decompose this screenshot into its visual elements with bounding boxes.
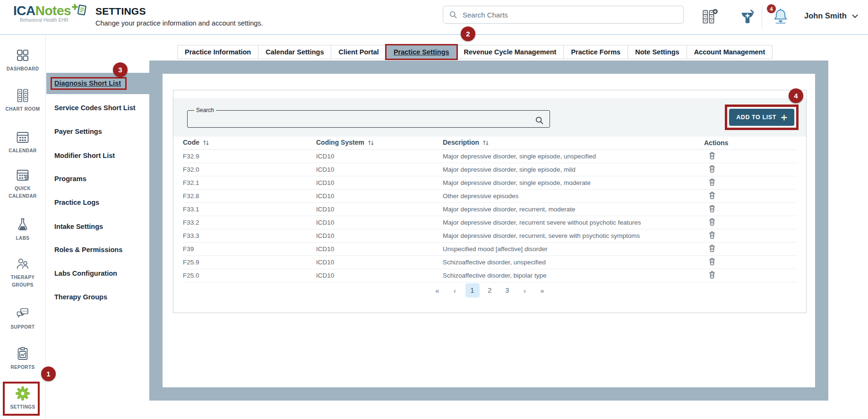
submenu-item-label: Roles & Permissions bbox=[54, 246, 122, 253]
pagination-page-3[interactable]: 3 bbox=[500, 283, 515, 297]
submenu-item-service-codes-short-list[interactable]: Service Codes Short List bbox=[46, 97, 149, 118]
submenu-item-label: Programs bbox=[54, 175, 86, 183]
tab-calendar-settings[interactable]: Calendar Settings bbox=[258, 45, 331, 59]
cell-actions bbox=[704, 229, 797, 242]
submenu-item-diagnosis-short-list[interactable]: Diagnosis Short List bbox=[46, 73, 149, 94]
delete-row-button[interactable] bbox=[708, 231, 716, 239]
sidebar-item-settings[interactable]: SETTINGS bbox=[0, 386, 45, 411]
cell-actions bbox=[704, 163, 797, 176]
dashboard-icon bbox=[15, 48, 30, 63]
annotation-box-add-to-list: ADD TO LIST bbox=[725, 105, 799, 130]
table-row: F39ICD10Unspecified mood [affective] dis… bbox=[183, 242, 797, 255]
cell-description: Schizoaffective disorder, unspecified bbox=[443, 255, 704, 269]
cell-code: F25.0 bbox=[183, 269, 316, 282]
diagnosis-table: CodeCoding SystemDescriptionActions F32.… bbox=[183, 137, 797, 282]
sidebar-item-label: CHART ROOM bbox=[6, 105, 40, 113]
table-row: F33.2ICD10Major depressive disorder, rec… bbox=[183, 216, 797, 229]
tab-practice-information[interactable]: Practice Information bbox=[177, 45, 258, 59]
tab-note-settings[interactable]: Note Settings bbox=[627, 45, 687, 59]
sort-icon bbox=[482, 140, 489, 147]
tab-practice-settings[interactable]: Practice Settings bbox=[386, 45, 457, 59]
cell-description: Major depressive disorder, single episod… bbox=[443, 176, 704, 189]
sidebar-item-chart-room[interactable]: CHART ROOM bbox=[0, 88, 45, 113]
logo-plus-document-icon bbox=[71, 3, 87, 17]
sidebar-item-label: THERAPY GROUPS bbox=[0, 274, 45, 288]
submenu-item-intake-settings[interactable]: Intake Settings bbox=[46, 216, 149, 237]
delete-row-button[interactable] bbox=[708, 191, 716, 200]
delete-row-button[interactable] bbox=[708, 257, 716, 266]
submenu-item-labs-configuration[interactable]: Labs Configuration bbox=[46, 262, 149, 284]
pagination-page-1[interactable]: 1 bbox=[465, 283, 480, 297]
chart-search-input[interactable] bbox=[462, 10, 678, 19]
sidebar-item-therapy-groups[interactable]: THERAPY GROUPS bbox=[0, 256, 45, 288]
add-to-list-button[interactable]: ADD TO LIST bbox=[729, 109, 794, 126]
pagination-first[interactable]: « bbox=[430, 283, 445, 297]
delete-row-button[interactable] bbox=[708, 165, 716, 173]
delete-row-button[interactable] bbox=[708, 151, 716, 160]
bell-icon bbox=[771, 20, 790, 28]
cell-code: F32.0 bbox=[183, 163, 316, 176]
cell-code: F33.1 bbox=[183, 202, 316, 216]
diagnosis-search-field: Search bbox=[187, 107, 550, 128]
sidebar-item-labs[interactable]: LABS bbox=[0, 217, 45, 242]
sidebar-item-support[interactable]: SUPPORT bbox=[0, 306, 45, 331]
submenu-item-practice-logs[interactable]: Practice Logs bbox=[46, 192, 149, 213]
column-header-coding-system[interactable]: Coding System bbox=[316, 137, 443, 149]
step-badge-3: 3 bbox=[113, 62, 128, 77]
labs-icon bbox=[15, 217, 30, 232]
sidebar-item-label: CALENDAR bbox=[9, 147, 36, 155]
column-header-label: Code bbox=[183, 139, 199, 146]
delete-row-button[interactable] bbox=[708, 204, 716, 213]
delete-row-button[interactable] bbox=[708, 218, 716, 226]
submenu-item-roles-permissions[interactable]: Roles & Permissions bbox=[46, 239, 149, 260]
sidebar-item-calendar[interactable]: CALENDAR bbox=[0, 130, 45, 155]
cell-code: F25.9 bbox=[183, 255, 316, 269]
cell-description: Major depressive disorder, recurrent sev… bbox=[443, 216, 704, 229]
pagination-page-2[interactable]: 2 bbox=[483, 283, 497, 297]
cell-description: Unspecified mood [affective] disorder bbox=[443, 242, 704, 255]
content-panel: Search ADD TO LIST CodeCoding SystemDesc… bbox=[163, 74, 815, 387]
submenu-item-modifier-short-list[interactable]: Modifier Short List bbox=[46, 145, 149, 166]
delete-row-button[interactable] bbox=[708, 244, 716, 253]
step-badge-2: 2 bbox=[461, 26, 475, 41]
sidebar-item-reports[interactable]: REPORTS bbox=[0, 346, 45, 371]
new-prescription-button[interactable] bbox=[739, 8, 756, 26]
notifications-button[interactable]: 4 bbox=[771, 6, 790, 27]
table-header-row: CodeCoding SystemDescriptionActions bbox=[183, 137, 797, 149]
delete-row-button[interactable] bbox=[708, 178, 716, 186]
submenu-item-label: Payer Settings bbox=[54, 128, 102, 135]
cell-code: F33.3 bbox=[183, 229, 316, 242]
submenu-item-programs[interactable]: Programs bbox=[46, 168, 149, 189]
trash-icon bbox=[709, 152, 715, 159]
column-header-code[interactable]: Code bbox=[183, 137, 316, 149]
user-menu[interactable]: John Smith bbox=[804, 11, 858, 20]
sort-icon bbox=[368, 140, 374, 147]
user-name: John Smith bbox=[804, 11, 847, 20]
header-divider bbox=[762, 6, 762, 29]
brand-logo[interactable]: ICANotes Behavioral Health EHR bbox=[13, 4, 94, 23]
search-icon[interactable] bbox=[535, 116, 544, 125]
cell-system: ICD10 bbox=[316, 242, 443, 255]
submenu-item-payer-settings[interactable]: Payer Settings bbox=[46, 121, 149, 142]
cell-system: ICD10 bbox=[316, 149, 443, 163]
add-to-list-label: ADD TO LIST bbox=[736, 114, 776, 121]
pagination-last[interactable]: » bbox=[535, 283, 550, 297]
sidebar-item-quick-calendar[interactable]: QUICK CALENDAR bbox=[0, 167, 45, 200]
submenu-item-therapy-groups[interactable]: Therapy Groups bbox=[46, 286, 149, 307]
pagination-prev[interactable]: ‹ bbox=[448, 283, 462, 297]
table-row: F32.9ICD10Major depressive disorder, sin… bbox=[183, 149, 797, 163]
tab-client-portal[interactable]: Client Portal bbox=[331, 45, 386, 59]
tab-account-management[interactable]: Account Management bbox=[687, 45, 773, 59]
sidebar-item-dashboard[interactable]: DASHBOARD bbox=[0, 48, 45, 73]
pagination-next[interactable]: › bbox=[518, 283, 532, 297]
cell-description: Schizoaffective disorder, bipolar type bbox=[443, 269, 704, 282]
cell-system: ICD10 bbox=[316, 216, 443, 229]
diagnosis-search-input[interactable] bbox=[193, 116, 535, 125]
cell-actions bbox=[704, 216, 797, 229]
add-chart-button[interactable] bbox=[701, 8, 718, 26]
delete-row-button[interactable] bbox=[708, 271, 716, 279]
tab-revenue-cycle-management[interactable]: Revenue Cycle Management bbox=[456, 45, 564, 59]
column-header-description[interactable]: Description bbox=[443, 137, 704, 149]
cell-actions bbox=[704, 269, 797, 282]
tab-practice-forms[interactable]: Practice Forms bbox=[563, 45, 628, 59]
